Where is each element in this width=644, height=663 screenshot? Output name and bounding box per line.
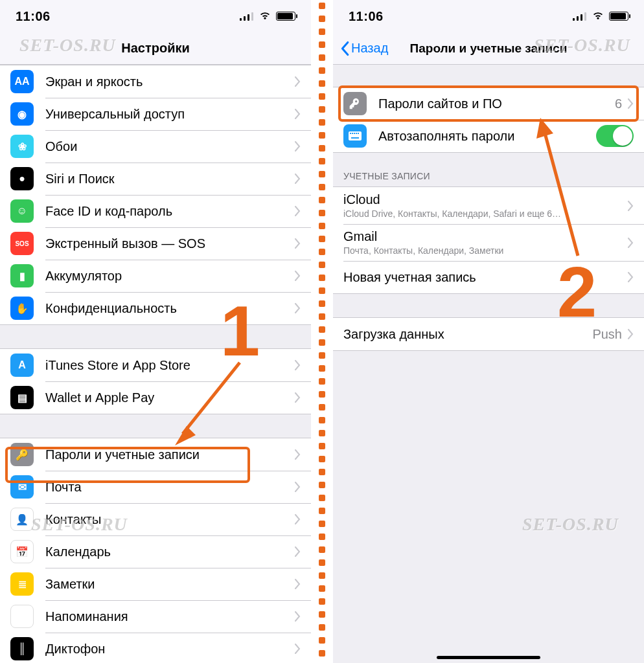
svg-rect-6 [356, 133, 357, 134]
account-row[interactable]: GmailПочта, Контакты, Календари, Заметки [333, 224, 644, 261]
screenshot-left: 11:06 Настройки AA Экран и яркость ◉ Уни… [0, 0, 311, 663]
chevron-right-icon [294, 238, 301, 249]
wifi-icon [259, 9, 271, 24]
wifi-icon [592, 9, 604, 24]
page-title: Настройки [121, 41, 190, 56]
status-time: 11:06 [16, 9, 51, 24]
row-website-passwords[interactable]: Пароли сайтов и ПО 6 [333, 87, 644, 120]
chevron-right-icon [294, 579, 301, 589]
passwords-group: Пароли сайтов и ПО 6 Автозаполнять парол… [333, 87, 644, 153]
settings-row[interactable]: ≣ Заметки [0, 568, 311, 600]
row-label: iTunes Store и App Store [45, 358, 294, 373]
settings-row[interactable]: SOS Экстренный вызов — SOS [0, 227, 311, 260]
chevron-right-icon [294, 109, 301, 119]
row-label: Автозаполнять пароли [378, 129, 596, 144]
row-detail: Push [592, 327, 622, 342]
row-label: Универсальный доступ [45, 107, 294, 122]
svg-rect-4 [352, 133, 353, 134]
row-fetch[interactable]: Загрузка данных Push [333, 318, 644, 350]
divider [311, 0, 333, 663]
chevron-right-icon [294, 514, 301, 524]
settings-row[interactable]: ◉ Универсальный доступ [0, 98, 311, 130]
status-bar: 11:06 [0, 0, 311, 32]
row-label: Контакты [45, 512, 294, 527]
account-row[interactable]: Новая учетная запись [333, 261, 644, 293]
row-label: Диктофон [45, 642, 294, 657]
svg-rect-7 [358, 133, 359, 134]
signal-icon [573, 12, 587, 21]
settings-row[interactable]: 📅 Календарь [0, 535, 311, 568]
row-autofill[interactable]: Автозаполнять пароли [333, 120, 644, 152]
sos-icon: SOS [10, 232, 34, 255]
svg-rect-8 [351, 137, 359, 139]
chevron-right-icon [294, 360, 301, 370]
signal-icon [240, 12, 254, 21]
row-label: Конфиденциальность [45, 301, 294, 316]
appstore-icon: A [10, 354, 34, 377]
settings-row[interactable]: ⋮ Напоминания [0, 600, 311, 633]
notes-icon: ≣ [10, 572, 34, 596]
settings-row[interactable]: ║ Диктофон [0, 633, 311, 663]
row-sub: Почта, Контакты, Календари, Заметки [343, 245, 627, 256]
battery-icon [609, 12, 628, 21]
settings-row[interactable]: ✋ Конфиденциальность [0, 292, 311, 324]
chevron-right-icon [627, 329, 634, 339]
settings-row[interactable]: AA Экран и яркость [0, 65, 311, 98]
settings-row[interactable]: ☺ Face ID и код-пароль [0, 195, 311, 227]
settings-row[interactable]: 🔑 Пароли и учетные записи [0, 438, 311, 471]
row-label: Почта [45, 480, 294, 495]
chevron-right-icon [294, 611, 301, 622]
reminders-icon: ⋮ [10, 605, 34, 628]
row-label: Напоминания [45, 609, 294, 624]
row-label: Экстренный вызов — SOS [45, 236, 294, 251]
privacy-icon: ✋ [10, 297, 34, 320]
mail-icon: ✉ [10, 475, 34, 499]
settings-row[interactable]: ▮ Аккумулятор [0, 260, 311, 292]
screenshot-right: 11:06 Назад Пароли и учетные записи [333, 0, 644, 663]
settings-group-3: 🔑 Пароли и учетные записи ✉ Почта 👤 Конт… [0, 438, 311, 663]
fetch-group: Загрузка данных Push [333, 317, 644, 351]
chevron-right-icon [294, 546, 301, 557]
settings-row[interactable]: ▤ Wallet и Apple Pay [0, 381, 311, 414]
settings-group-1: AA Экран и яркость ◉ Универсальный досту… [0, 65, 311, 325]
chevron-right-icon [294, 141, 301, 152]
chevron-right-icon [627, 238, 634, 248]
row-label: Новая учетная запись [343, 270, 627, 285]
voice-icon: ║ [10, 637, 34, 660]
settings-row[interactable]: ● Siri и Поиск [0, 163, 311, 195]
accessibility-icon: ◉ [10, 102, 34, 126]
chevron-right-icon [294, 206, 301, 216]
chevron-right-icon [627, 98, 634, 109]
chevron-right-icon [627, 272, 634, 282]
settings-row[interactable]: A iTunes Store и App Store [0, 349, 311, 381]
row-label: iCloud [343, 192, 627, 207]
status-indicators [240, 9, 295, 24]
settings-row[interactable]: ❀ Обои [0, 130, 311, 163]
keyboard-icon [343, 124, 367, 148]
wallpaper-icon: ❀ [10, 135, 34, 158]
row-label: Аккумулятор [45, 269, 294, 284]
settings-row[interactable]: ✉ Почта [0, 471, 311, 503]
svg-rect-3 [350, 133, 351, 134]
back-button[interactable]: Назад [339, 41, 388, 56]
chevron-right-icon [627, 201, 634, 211]
account-row[interactable]: iCloudiCloud Drive, Контакты, Календари,… [333, 187, 644, 224]
row-label: Face ID и код-пароль [45, 204, 294, 219]
chevron-right-icon [294, 644, 301, 654]
status-time: 11:06 [349, 9, 384, 24]
accounts-group: iCloudiCloud Drive, Контакты, Календари,… [333, 186, 644, 294]
display-icon: AA [10, 70, 34, 93]
nav-header-left: Настройки [0, 32, 311, 65]
key-icon [343, 92, 367, 115]
settings-row[interactable]: 👤 Контакты [0, 503, 311, 535]
chevron-right-icon [294, 303, 301, 313]
back-label: Назад [351, 41, 388, 56]
section-header-accounts: УЧЕТНЫЕ ЗАПИСИ [333, 153, 644, 186]
row-label: Siri и Поиск [45, 172, 294, 186]
settings-group-2: A iTunes Store и App Store ▤ Wallet и Ap… [0, 348, 311, 414]
calendar-icon: 📅 [10, 540, 34, 563]
toggle-autofill[interactable] [596, 125, 634, 147]
home-indicator [437, 656, 540, 659]
contacts-icon: 👤 [10, 508, 34, 531]
row-label: Экран и яркость [45, 74, 294, 89]
